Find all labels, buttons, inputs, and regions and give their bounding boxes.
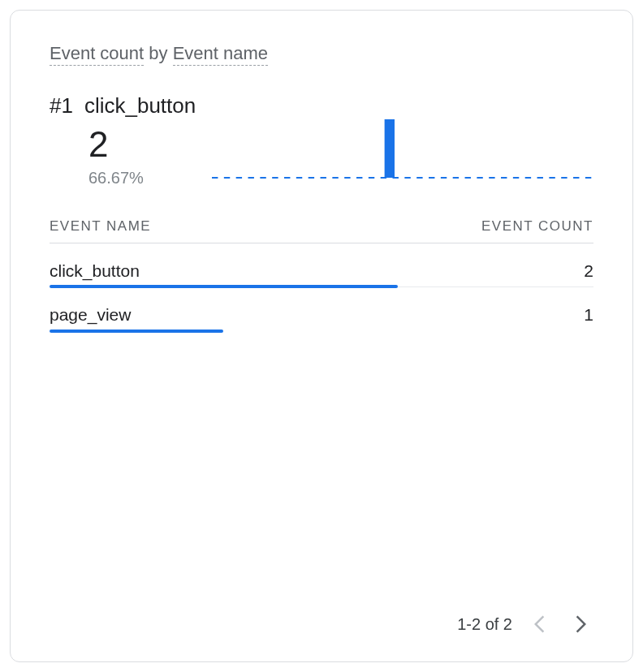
pagination: 1-2 of 2: [50, 595, 593, 637]
table-header: EVENT NAME EVENT COUNT: [50, 210, 593, 243]
chevron-left-icon: [534, 615, 546, 633]
row-bar: [50, 330, 223, 333]
top-event-percent: 66.67%: [88, 169, 196, 187]
metric-label[interactable]: Event count: [50, 43, 144, 66]
by-label: by: [149, 43, 167, 63]
table-row[interactable]: click_button2: [50, 243, 593, 287]
table-body: click_button2page_view1: [50, 243, 593, 331]
pagination-range: 1-2 of 2: [457, 615, 512, 634]
dimension-label[interactable]: Event name: [173, 43, 268, 66]
top-event-section: #1 click_button 2 66.67%: [50, 93, 593, 187]
top-event-value: 2: [88, 125, 196, 164]
row-event-value: 2: [584, 261, 593, 281]
next-page-button[interactable]: [567, 611, 593, 637]
sparkline-chart: [212, 114, 593, 179]
top-event-rank: #1: [50, 93, 73, 118]
sparkline-container: [212, 114, 593, 179]
card-title: Event count by Event name: [50, 43, 593, 64]
event-count-card: Event count by Event name #1 click_butto…: [10, 10, 633, 662]
column-header-metric[interactable]: EVENT COUNT: [481, 218, 593, 235]
top-event-name: click_button: [84, 93, 196, 118]
column-header-dimension[interactable]: EVENT NAME: [50, 218, 151, 235]
top-event-stats: #1 click_button 2 66.67%: [50, 93, 196, 187]
chevron-right-icon: [575, 615, 586, 633]
table-row[interactable]: page_view1: [50, 287, 593, 331]
row-event-name: click_button: [50, 261, 140, 281]
row-event-value: 1: [584, 305, 593, 325]
sparkline-bar: [385, 119, 395, 178]
row-event-name: page_view: [50, 305, 131, 325]
prev-page-button[interactable]: [527, 611, 553, 637]
